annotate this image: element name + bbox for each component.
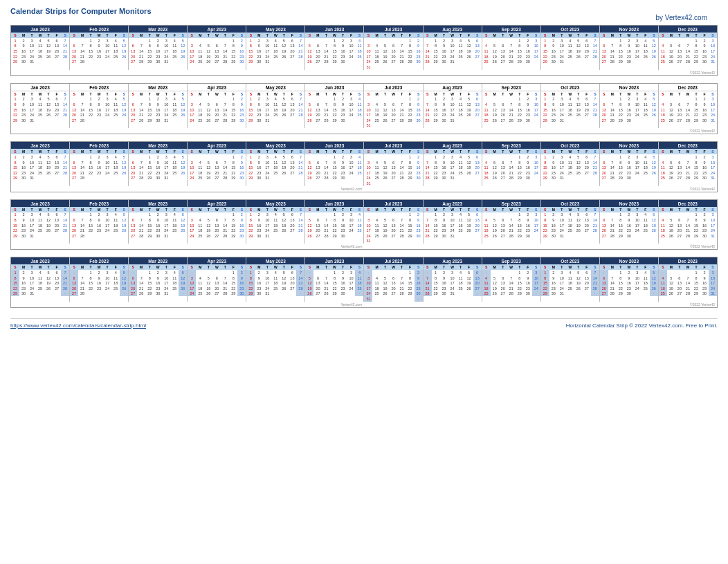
day-cell: 3	[103, 270, 111, 275]
day-cell: 13	[675, 165, 684, 170]
day-cell: 3	[347, 38, 355, 44]
day-cell: ·	[372, 181, 381, 186]
day-cell: 15	[432, 165, 440, 170]
month-header: May 2023	[246, 257, 304, 264]
day-cell: 4	[196, 102, 204, 107]
dow-label: M	[667, 91, 675, 97]
dow-label: S	[179, 264, 187, 270]
day-cell: 11	[566, 44, 574, 49]
day-cell: 27	[499, 233, 507, 239]
day-cell: 1	[145, 97, 154, 102]
day-cell: 14	[221, 280, 229, 286]
day-cell: 3	[558, 97, 566, 102]
day-cell: ·	[70, 270, 78, 275]
day-cell: 22	[432, 170, 440, 176]
day-cell: 20	[70, 170, 78, 176]
day-cell: 24	[347, 112, 355, 118]
day-cell: 9	[524, 102, 532, 107]
day-cell: 14	[424, 107, 432, 113]
day-cell: 21	[507, 286, 516, 291]
dow-label: W	[390, 264, 398, 270]
month-header: Apr 2023	[188, 257, 246, 264]
day-cell: 17	[709, 107, 717, 113]
footer-url[interactable]: https://www.vertex42.com/calendars/calen…	[10, 322, 146, 329]
day-cell: 2	[338, 97, 347, 102]
month-header: Jan 2023	[11, 84, 69, 91]
day-cell: 24	[448, 54, 457, 60]
day-cell: 8	[541, 160, 549, 165]
dow-label: M	[372, 264, 381, 270]
day-cell: 23	[625, 112, 633, 118]
month-header: Jan 2023	[11, 200, 69, 207]
day-cell: 15	[246, 48, 255, 54]
day-cell: 2	[237, 154, 246, 160]
day-cell: 2	[154, 154, 162, 160]
day-cell: 10	[347, 44, 355, 49]
day-cell: 30	[549, 118, 558, 123]
dow-label: S	[415, 33, 423, 38]
day-cell: 26	[491, 233, 499, 239]
day-cell: 13	[129, 223, 137, 228]
day-cell: 1	[145, 154, 154, 160]
day-cell: ·	[473, 176, 482, 181]
day-cell: 8	[617, 102, 625, 107]
day-cell: 19	[381, 112, 390, 118]
day-cell: 15	[229, 280, 237, 286]
day-cell: 2	[524, 38, 532, 44]
day-cell: 25	[457, 170, 465, 176]
day-cell: 18	[482, 170, 491, 176]
day-cell: 5	[465, 270, 473, 275]
day-cell: ·	[633, 291, 641, 297]
day-cell: 24	[162, 170, 170, 176]
dow-label: M	[491, 91, 499, 97]
day-cell: 5	[650, 270, 658, 275]
dow-label: W	[36, 149, 44, 154]
day-cell: 16	[415, 165, 423, 170]
day-cell: 5	[280, 154, 288, 160]
day-cell: 12	[574, 102, 583, 107]
day-cell: 12	[44, 44, 53, 49]
day-cell: 12	[44, 102, 53, 107]
day-cell: 26	[120, 54, 128, 60]
day-cell: ·	[179, 118, 187, 123]
day-cell: 2	[255, 38, 263, 44]
day-cell: 31	[28, 118, 36, 123]
day-cell: 9	[237, 160, 246, 165]
dow-label: F	[641, 207, 650, 212]
day-cell: 28	[78, 233, 87, 239]
day-cell: ·	[532, 59, 540, 64]
day-cell: 14	[137, 107, 145, 113]
day-cell: ·	[641, 176, 650, 181]
month-col-1: Feb 2023SMTWTFS··12345678910111213141516…	[70, 257, 129, 302]
day-cell: 7	[684, 160, 692, 165]
dow-label: M	[432, 207, 440, 212]
day-cell: 28	[61, 286, 69, 291]
day-cell: 13	[53, 275, 61, 281]
dow-label: T	[516, 149, 524, 154]
day-cell: 8	[11, 217, 19, 223]
day-cell: 11	[271, 102, 280, 107]
day-cell: 22	[229, 112, 237, 118]
dow-label: T	[221, 207, 229, 212]
day-cell: 22	[541, 112, 549, 118]
day-cell: 17	[558, 280, 566, 286]
dow-label: F	[288, 33, 296, 38]
day-cell: 10	[633, 102, 641, 107]
day-cell: 3	[28, 154, 36, 160]
dow-label: T	[516, 91, 524, 97]
day-cell: 5	[120, 154, 128, 160]
day-cell: 29	[11, 118, 19, 123]
dow-label: F	[288, 264, 296, 270]
day-cell: 25	[170, 286, 179, 291]
day-cell: 27	[675, 176, 684, 181]
day-cell: 12	[120, 217, 128, 223]
day-cell: 12	[465, 275, 473, 281]
dow-label: F	[641, 33, 650, 38]
day-cell: 27	[499, 176, 507, 181]
day-cell: 4	[457, 154, 465, 160]
day-cell: ·	[36, 176, 44, 181]
day-cell: 25	[566, 228, 574, 233]
dow-label: S	[415, 207, 423, 212]
day-cell: 24	[364, 291, 372, 297]
day-cell: 18	[36, 48, 44, 54]
